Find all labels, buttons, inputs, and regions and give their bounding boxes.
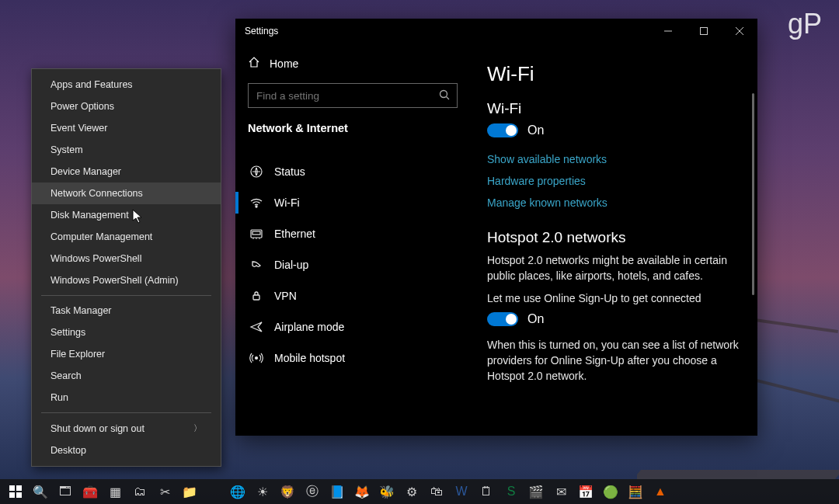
nav-category: Network & Internet [235,117,470,142]
nav-item-label: Mobile hotspot [274,352,345,364]
app-icon[interactable]: 🐝 [374,479,399,504]
nav-item-label: Airplane mode [274,321,344,333]
word-icon[interactable]: W [449,479,474,504]
app-icon[interactable]: ▦ [103,479,127,504]
ctx-computer-management[interactable]: Computer Management [32,226,221,248]
svg-rect-9 [252,231,260,235]
nav-item-status[interactable]: Status [235,156,470,187]
nav-item-label: Dial-up [274,259,308,271]
edge-icon[interactable]: ⓔ [300,479,325,504]
explorer-icon[interactable]: 📁 [177,479,202,504]
ctx-device-manager[interactable]: Device Manager [32,161,221,182]
svg-line-5 [447,97,450,100]
svg-rect-15 [16,492,22,498]
svg-rect-12 [9,485,15,491]
app-icon[interactable]: 🛍 [424,479,449,504]
chevron-right-icon: 〉 [193,422,202,434]
nav-item-label: VPN [274,290,297,302]
app-icon[interactable]: 🗂 [127,479,152,504]
taskbar[interactable]: 🔍 🗔 🧰 ▦ 🗂 ✂ 📁 🌐 ☀ 🦁 ⓔ 📘 🦊 🐝 ⚙ 🛍 W 🗒 S 🎬 … [0,479,839,504]
ctx-shutdown-signout[interactable]: Shut down or sign out 〉 [32,417,221,440]
hotspot-toggle-value: On [527,312,544,326]
nav-item-dialup[interactable]: Dial-up [235,249,470,280]
dialup-icon [249,258,263,272]
search-taskbar-icon[interactable]: 🔍 [28,479,53,504]
title-bar[interactable]: Settings [235,19,757,43]
chrome-icon[interactable]: 🌐 [225,479,250,504]
settings-window: Settings Home [235,19,757,436]
ctx-run[interactable]: Run [32,387,221,408]
minimize-button[interactable] [650,19,686,43]
ctx-disk-management[interactable]: Disk Management [32,204,221,226]
wifi-toggle[interactable] [487,123,518,137]
ctx-apps-and-features[interactable]: Apps and Features [32,74,221,96]
settings-taskbar-icon[interactable]: ⚙ [399,479,424,504]
ctx-event-viewer[interactable]: Event Viewer [32,117,221,139]
calculator-icon[interactable]: 🧮 [623,479,648,504]
nav-item-label: Wi-Fi [274,196,300,209]
brave-icon[interactable]: 🦁 [275,479,300,504]
firefox-icon[interactable]: 🦊 [350,479,374,504]
hotspot-icon [249,351,263,365]
settings-nav: Home Network & Internet [235,43,470,436]
nav-item-vpn[interactable]: VPN [235,280,470,311]
maximize-button[interactable] [686,19,722,43]
ctx-powershell-admin[interactable]: Windows PowerShell (Admin) [32,269,221,291]
svg-rect-13 [16,485,22,491]
hotspot-toggle[interactable] [487,312,518,326]
ctx-separator [41,412,211,413]
ctx-search[interactable]: Search [32,365,221,387]
nav-home[interactable]: Home [235,50,470,77]
ctx-powershell[interactable]: Windows PowerShell [32,248,221,269]
app-icon[interactable]: S [499,479,524,504]
task-view-icon[interactable]: 🗔 [53,479,78,504]
search-icon [439,89,450,103]
airplane-icon [249,320,263,334]
ctx-file-explorer[interactable]: File Explorer [32,343,221,365]
ctx-task-manager[interactable]: Task Manager [32,300,221,322]
watermark-logo: gP [788,8,822,40]
svg-point-7 [256,206,257,207]
app-icon[interactable]: 🗒 [474,479,499,504]
app-icon[interactable]: ☀ [250,479,275,504]
nav-item-ethernet[interactable]: Ethernet [235,218,470,249]
ctx-system[interactable]: System [32,139,221,161]
link-manage-networks[interactable]: Manage known networks [487,192,743,214]
nav-item-wifi[interactable]: Wi-Fi [235,187,470,218]
app-icon[interactable]: 🎬 [524,479,548,504]
app-icon[interactable]: 📘 [325,479,350,504]
app-icon[interactable]: 🧰 [78,479,103,504]
close-button[interactable] [722,19,757,43]
svg-rect-1 [701,28,708,35]
mail-icon[interactable]: ✉ [548,479,573,504]
ethernet-icon [249,227,263,241]
mouse-cursor-icon [132,209,141,223]
link-hardware-props[interactable]: Hardware properties [487,170,743,192]
page-title: Wi-Fi [487,62,743,86]
settings-title: Settings [245,26,278,36]
status-icon [249,165,263,179]
hotspot-section-title: Hotspot 2.0 networks [487,229,743,246]
start-button[interactable] [3,479,28,504]
app-icon[interactable]: 🟢 [598,479,623,504]
wifi-toggle-value: On [527,123,544,137]
hotspot-desc: Hotspot 2.0 networks might be available … [487,252,743,284]
svg-point-11 [256,357,258,360]
ctx-settings[interactable]: Settings [32,322,221,343]
nav-item-label: Ethernet [274,228,315,240]
ctx-power-options[interactable]: Power Options [32,96,221,117]
svg-rect-10 [253,295,259,300]
app-icon[interactable]: ✂ [152,479,177,504]
ctx-network-connections[interactable]: Network Connections [32,182,221,204]
vlc-icon[interactable]: ▲ [648,479,673,504]
nav-item-hotspot[interactable]: Mobile hotspot [235,342,470,374]
nav-item-label: Status [274,165,305,178]
ctx-desktop[interactable]: Desktop [32,440,221,461]
vpn-icon [249,289,263,303]
search-input[interactable] [248,83,458,108]
link-show-available[interactable]: Show available networks [487,148,743,170]
calendar-icon[interactable]: 📅 [573,479,598,504]
svg-rect-14 [9,492,15,498]
hotspot-footnote: When this is turned on, you can see a li… [487,337,743,384]
nav-item-airplane[interactable]: Airplane mode [235,311,470,342]
